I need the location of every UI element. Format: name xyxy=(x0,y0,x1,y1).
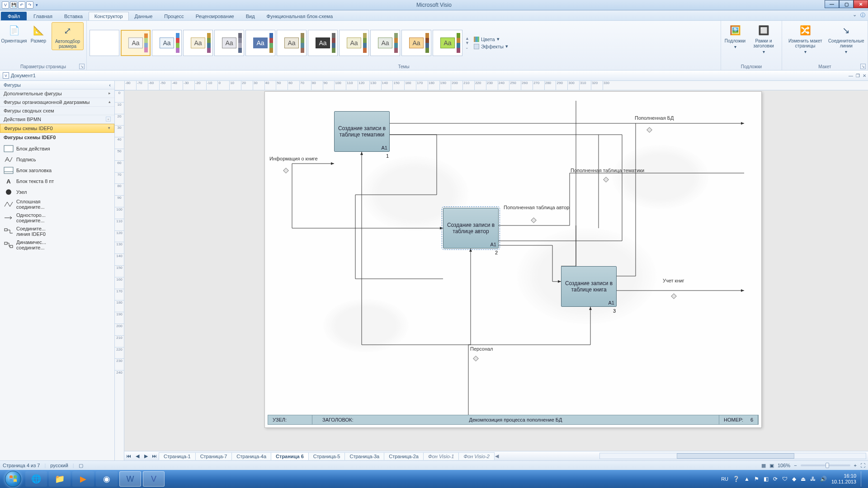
tabnav-prev-icon[interactable]: ◀ xyxy=(133,452,141,460)
show-desktop-button[interactable] xyxy=(861,471,865,487)
theme-8[interactable]: Aa xyxy=(339,30,369,56)
horizontal-ruler[interactable]: -80-70-60-50-40-30-20-100102030405060708… xyxy=(115,81,868,90)
tray-antivirus-icon[interactable]: ◆ xyxy=(792,476,796,482)
theme-scroll-down-icon[interactable]: ▼ xyxy=(465,41,469,45)
vertical-ruler[interactable]: 0102030405060708090100110120130140150160… xyxy=(115,90,124,460)
tray-usb-icon[interactable]: ⏏ xyxy=(801,476,806,482)
page-tab[interactable]: Страница-4а xyxy=(231,452,271,460)
zoom-in-icon[interactable]: + xyxy=(854,463,857,468)
zoom-level[interactable]: 106% xyxy=(778,463,790,468)
taskbar-ie[interactable]: 🌐 xyxy=(25,471,47,487)
view-fullscreen-icon[interactable]: ▣ xyxy=(769,463,774,469)
relayout-button[interactable]: 🔀Изменить макет страницы ▾ xyxy=(785,22,826,55)
status-language[interactable]: русский xyxy=(50,463,68,468)
theme-11[interactable]: Aa xyxy=(433,30,462,56)
theme-9[interactable]: Aa xyxy=(370,30,400,56)
page-tab[interactable]: Страница 6 xyxy=(271,452,309,460)
shape-node[interactable]: Узел xyxy=(3,187,56,197)
minimize-button[interactable]: — xyxy=(825,0,839,8)
page-tab[interactable]: Фон Visio-1 xyxy=(423,452,459,460)
shape-idef0-connector[interactable]: Соедините... линия IDEF0 xyxy=(3,225,56,238)
tab-file[interactable]: Файл xyxy=(1,12,27,20)
tabnav-last-icon[interactable]: ⏭ xyxy=(151,452,158,460)
borders-titles-button[interactable]: 🔲Рамки и заголовки ▾ xyxy=(748,22,779,55)
doc-restore-icon[interactable]: ❐ xyxy=(856,73,860,78)
shape-title-block[interactable]: Блок заголовка xyxy=(3,165,56,175)
layout-launcher-icon[interactable]: ↘ xyxy=(860,64,866,69)
taskbar-explorer[interactable]: 📁 xyxy=(49,471,71,487)
shape-solid-connector[interactable]: Сплошная соедините... xyxy=(3,198,56,211)
tabnav-first-icon[interactable]: ⏮ xyxy=(125,452,132,460)
taskbar-visio[interactable]: V xyxy=(143,471,165,487)
tab-data[interactable]: Данные xyxy=(129,12,159,20)
help-icon[interactable]: ⓘ xyxy=(860,12,865,19)
page-tab[interactable]: Страница-7 xyxy=(195,452,232,460)
shapes-cat-org[interactable]: Фигуры организационной диаграммы▴ xyxy=(0,98,114,107)
zoom-knob[interactable] xyxy=(826,463,829,468)
drawing-canvas[interactable]: Создание записи в таблице тематикиA1 1 С… xyxy=(124,90,868,451)
shapes-cat-pivot[interactable]: Фигуры сводных схем xyxy=(0,107,114,115)
idef0-block-1[interactable]: Создание записи в таблице тематикиA1 xyxy=(334,111,390,152)
tray-up-icon[interactable]: ▲ xyxy=(744,476,750,482)
taskbar-word[interactable]: W xyxy=(119,471,141,487)
undo-icon[interactable]: ↶ xyxy=(18,1,25,9)
page-tab[interactable]: Страница-1 xyxy=(159,452,196,460)
tray-app-icon[interactable]: ◧ xyxy=(764,476,769,482)
tab-flowchart[interactable]: Функциональная блок-схема xyxy=(261,12,339,20)
connectors-button[interactable]: ↘Соединительные линии ▾ xyxy=(827,22,865,55)
shape-label[interactable]: Подпись xyxy=(3,155,56,164)
zoom-out-icon[interactable]: − xyxy=(794,463,797,468)
backgrounds-button[interactable]: 🖼️Подложки ▾ xyxy=(724,22,746,50)
theme-gallery-more-icon[interactable]: ⌄ xyxy=(465,45,469,50)
tabnav-next-icon[interactable]: ▶ xyxy=(142,452,150,460)
page-tabs-overflow-icon[interactable]: ◀ xyxy=(495,453,499,459)
tab-design[interactable]: Конструктор xyxy=(89,12,129,20)
tab-view[interactable]: Вид xyxy=(240,12,261,20)
pagesetup-launcher-icon[interactable]: ↘ xyxy=(79,64,85,69)
tab-process[interactable]: Процесс xyxy=(158,12,189,20)
theme-1[interactable]: Aa xyxy=(121,30,151,56)
page-tab[interactable]: Страница-3а xyxy=(344,452,384,460)
zoom-slider[interactable] xyxy=(801,465,850,466)
theme-scroll-up-icon[interactable]: ▲ xyxy=(465,36,469,41)
page-tab[interactable]: Страница-2а xyxy=(384,452,424,460)
action-center-icon[interactable]: ⚑ xyxy=(754,476,759,482)
theme-2[interactable]: Aa xyxy=(152,30,182,56)
theme-none[interactable] xyxy=(90,30,119,56)
shapes-pane-header[interactable]: Фигуры‹ xyxy=(0,81,114,89)
start-button[interactable] xyxy=(3,470,24,488)
theme-10[interactable]: Aa xyxy=(401,30,431,56)
tab-insert[interactable]: Вставка xyxy=(58,12,89,20)
drawing-page[interactable]: Создание записи в таблице тематикиA1 1 С… xyxy=(264,91,762,428)
theme-7[interactable]: Aa xyxy=(308,30,338,56)
theme-4[interactable]: Aa xyxy=(214,30,244,56)
shapes-more[interactable]: Дополнительные фигуры▸ xyxy=(0,89,114,98)
qat-dropdown-icon[interactable]: ▾ xyxy=(34,1,39,9)
size-button[interactable]: 📐Размер xyxy=(27,22,50,44)
idef0-block-2[interactable]: Создание записи в таблице авторA1 xyxy=(443,208,499,249)
tray-shield-icon[interactable]: 🛡 xyxy=(782,476,788,482)
idef0-block-3[interactable]: Создание записи в таблице книгаA1 xyxy=(561,266,617,307)
tray-lang[interactable]: RU xyxy=(721,476,728,482)
network-icon[interactable]: 🖧 xyxy=(810,476,816,482)
theme-6[interactable]: Aa xyxy=(277,30,307,56)
close-button[interactable]: ✕ xyxy=(854,0,868,8)
tray-clock[interactable]: 16:10 10.11.2013 xyxy=(831,473,856,485)
theme-5[interactable]: Aa xyxy=(245,30,275,56)
shapes-cat-bpmn[interactable]: Действия BPMN▫ xyxy=(0,115,114,124)
collapse-icon[interactable]: ‹ xyxy=(109,82,111,88)
ribbon-minimize-icon[interactable]: ⌄ xyxy=(853,12,857,19)
shapes-cat-idef0[interactable]: Фигуры схемы IDEF0▾ xyxy=(0,124,114,133)
volume-icon[interactable]: 🔊 xyxy=(820,476,827,482)
orientation-button[interactable]: 📄Ориентация xyxy=(3,22,25,44)
tab-home[interactable]: Главная xyxy=(28,12,58,20)
theme-3[interactable]: Aa xyxy=(183,30,213,56)
help-tray-icon[interactable]: ❔ xyxy=(733,476,740,482)
maximize-button[interactable]: ▢ xyxy=(839,0,854,8)
taskbar-media[interactable]: ▶ xyxy=(72,471,94,487)
horizontal-scrollbar[interactable] xyxy=(599,453,866,459)
shape-activity-block[interactable]: Блок действия xyxy=(3,144,56,154)
tray-sync-icon[interactable]: ⟳ xyxy=(773,476,778,482)
page-tab[interactable]: Фон Visio-2 xyxy=(458,452,494,460)
doc-close-icon[interactable]: ✕ xyxy=(863,73,866,78)
